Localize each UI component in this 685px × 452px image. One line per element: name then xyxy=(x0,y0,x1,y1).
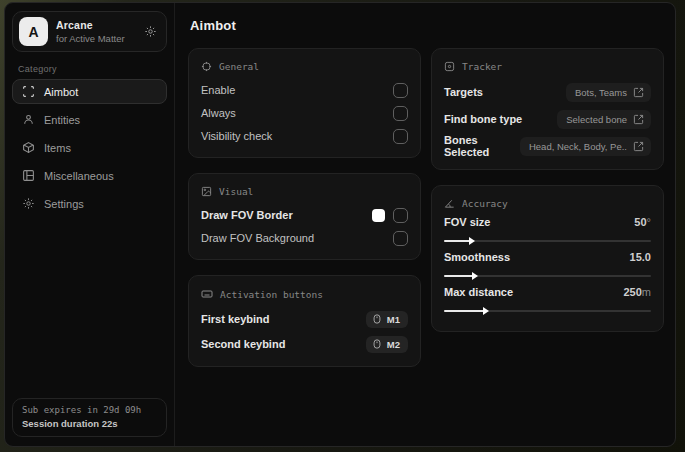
setting-row-bones-selected: Bones Selected Head, Neck, Body, Pe.. xyxy=(444,133,651,159)
targets-dropdown[interactable]: Bots, Teams xyxy=(566,83,651,102)
right-column: Tracker Targets Bots, Teams xyxy=(431,48,664,332)
accuracy-card: Accuracy FOV size 50° Smoothness xyxy=(431,185,664,332)
category-label: Category xyxy=(18,64,161,74)
bones-selected-dropdown[interactable]: Head, Neck, Body, Pe.. xyxy=(520,137,651,156)
draw-fov-border-checkbox[interactable] xyxy=(393,208,408,223)
dropdown-value: Selected bone xyxy=(566,114,627,125)
tracker-card-header: Tracker xyxy=(444,61,651,72)
sidebar-item-entities[interactable]: Entities xyxy=(12,107,167,132)
angle-icon xyxy=(444,198,455,209)
setting-row-targets: Targets Bots, Teams xyxy=(444,79,651,105)
setting-label: Enable xyxy=(201,84,235,96)
setting-row-first-keybind: First keybind M1 xyxy=(201,307,408,331)
general-card: General Enable Always Visibility check xyxy=(188,48,421,158)
keyboard-icon xyxy=(201,288,213,300)
sidebar-item-items[interactable]: Items xyxy=(12,135,167,160)
brand-text: Arcane for Active Matter xyxy=(56,19,125,44)
sidebar-item-label: Settings xyxy=(44,198,84,210)
section-title: Activation buttons xyxy=(220,289,323,300)
setting-row-find-bone-type: Find bone type Selected bone xyxy=(444,106,651,132)
main-content: Aimbot General Enable Alw xyxy=(175,3,675,446)
dropdown-value: Bots, Teams xyxy=(575,87,627,98)
slider-thumb[interactable] xyxy=(483,307,489,315)
fov-border-color-swatch[interactable] xyxy=(372,209,385,222)
subscription-info: Sub expires in 29d 09h Session duration … xyxy=(12,398,167,437)
second-keybind-button[interactable]: M2 xyxy=(366,336,408,353)
image-icon xyxy=(201,186,212,197)
slider-group-smoothness: Smoothness 15.0 xyxy=(444,251,651,277)
mouse-icon xyxy=(372,314,382,324)
max-distance-slider[interactable] xyxy=(444,310,651,312)
setting-row-draw-fov-border: Draw FOV Border xyxy=(201,204,408,226)
select-arrow-icon xyxy=(633,114,644,125)
tracker-card: Tracker Targets Bots, Teams xyxy=(431,48,664,170)
section-title: Tracker xyxy=(462,61,502,72)
app-logo: A xyxy=(19,17,48,46)
smoothness-slider[interactable] xyxy=(444,275,651,277)
setting-row-visibility-check: Visibility check xyxy=(201,125,408,147)
logo-letter: A xyxy=(28,24,38,40)
slider-thumb[interactable] xyxy=(469,237,475,245)
page-title: Aimbot xyxy=(190,18,664,33)
find-bone-type-dropdown[interactable]: Selected bone xyxy=(557,110,651,129)
setting-row-second-keybind: Second keybind M2 xyxy=(201,332,408,356)
keybind-value: M1 xyxy=(387,314,400,325)
brand-subtitle: for Active Matter xyxy=(56,33,125,44)
mouse-icon xyxy=(372,339,382,349)
fov-size-slider[interactable] xyxy=(444,240,651,242)
slider-thumb[interactable] xyxy=(472,272,478,280)
slider-value: 50° xyxy=(634,216,651,228)
section-title: Visual xyxy=(219,186,253,197)
setting-label: Always xyxy=(201,107,236,119)
slider-group-fov-size: FOV size 50° xyxy=(444,216,651,242)
first-keybind-button[interactable]: M1 xyxy=(366,311,408,328)
setting-row-draw-fov-background: Draw FOV Background xyxy=(201,227,408,249)
left-column: General Enable Always Visibility check xyxy=(188,48,421,367)
person-icon xyxy=(22,113,35,126)
visual-card-header: Visual xyxy=(201,186,408,197)
sidebar-item-miscellaneous[interactable]: Miscellaneous xyxy=(12,163,167,188)
crosshair-icon xyxy=(201,61,212,72)
dropdown-value: Head, Neck, Body, Pe.. xyxy=(529,141,627,152)
select-arrow-icon xyxy=(633,87,644,98)
setting-label: First keybind xyxy=(201,313,269,325)
section-title: Accuracy xyxy=(462,198,508,209)
activation-card-header: Activation buttons xyxy=(201,288,408,300)
scan-icon xyxy=(22,85,35,98)
visibility-check-checkbox[interactable] xyxy=(393,129,408,144)
setting-row-enable: Enable xyxy=(201,79,408,101)
setting-label: Smoothness xyxy=(444,251,510,263)
setting-label: Find bone type xyxy=(444,113,522,125)
cube-icon xyxy=(22,141,35,154)
target-box-icon xyxy=(444,61,455,72)
visual-card: Visual Draw FOV Border Draw FOV Backgrou… xyxy=(188,173,421,260)
setting-label: Targets xyxy=(444,86,483,98)
enable-checkbox[interactable] xyxy=(393,83,408,98)
setting-label: Draw FOV Border xyxy=(201,209,293,221)
brand-name: Arcane xyxy=(56,19,125,31)
slider-value: 250m xyxy=(623,286,651,298)
accuracy-card-header: Accuracy xyxy=(444,198,651,209)
sidebar-item-settings[interactable]: Settings xyxy=(12,191,167,216)
sidebar-item-label: Miscellaneous xyxy=(44,170,114,182)
sidebar-item-aimbot[interactable]: Aimbot xyxy=(12,79,167,104)
category-nav: Aimbot Entities Items Miscellaneous xyxy=(12,79,167,216)
always-checkbox[interactable] xyxy=(393,106,408,121)
sidebar-item-label: Entities xyxy=(44,114,80,126)
select-arrow-icon xyxy=(633,141,644,152)
draw-fov-background-checkbox[interactable] xyxy=(393,231,408,246)
setting-label: Draw FOV Background xyxy=(201,232,314,244)
brand-card: A Arcane for Active Matter xyxy=(12,11,167,52)
gear-icon[interactable] xyxy=(144,25,157,38)
gear-icon xyxy=(22,197,35,210)
slider-value: 15.0 xyxy=(630,251,651,263)
sidebar: A Arcane for Active Matter Category Aimb… xyxy=(5,3,175,446)
setting-label: FOV size xyxy=(444,216,490,228)
sidebar-item-label: Aimbot xyxy=(44,86,78,98)
sub-expiry-text: Sub expires in 29d 09h xyxy=(22,405,157,415)
setting-label: Max distance xyxy=(444,286,513,298)
panels-icon xyxy=(22,169,35,182)
setting-row-always: Always xyxy=(201,102,408,124)
setting-label: Visibility check xyxy=(201,130,272,142)
keybind-value: M2 xyxy=(387,339,400,350)
